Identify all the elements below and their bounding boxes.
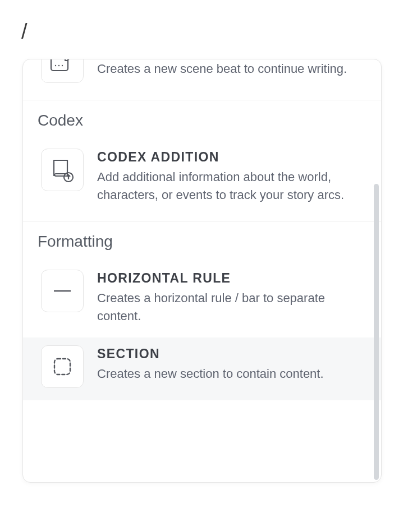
- section-icon: [41, 345, 84, 388]
- option-section[interactable]: SECTION Creates a new section to contain…: [23, 337, 381, 400]
- horizontal-rule-icon: [41, 270, 84, 312]
- option-continue-writing[interactable]: CONTINUE WRITING Creates a new scene bea…: [23, 59, 381, 95]
- option-horizontal-rule[interactable]: HORIZONTAL RULE Creates a horizontal rul…: [23, 262, 381, 337]
- option-description: Creates a horizontal rule / bar to separ…: [97, 289, 366, 325]
- scroll-area: CONTINUE WRITING Creates a new scene bea…: [23, 59, 381, 482]
- option-description: Creates a new section to contain content…: [97, 365, 366, 383]
- command-dropdown: CONTINUE WRITING Creates a new scene bea…: [22, 59, 382, 483]
- option-text: SECTION Creates a new section to contain…: [97, 345, 366, 383]
- codex-addition-icon: [41, 149, 84, 191]
- option-text: CODEX ADDITION Add additional informatio…: [97, 149, 366, 204]
- svg-point-2: [58, 65, 59, 66]
- slash-command-input[interactable]: /: [0, 0, 394, 44]
- option-codex-addition[interactable]: CODEX ADDITION Add additional informatio…: [23, 141, 381, 216]
- svg-rect-6: [54, 359, 70, 374]
- option-description: Add additional information about the wor…: [97, 168, 366, 204]
- option-title: SECTION: [97, 346, 366, 362]
- group-header-codex: Codex: [23, 100, 381, 141]
- continue-writing-icon: [41, 59, 84, 83]
- option-description: Creates a new scene beat to continue wri…: [97, 60, 366, 78]
- scrollbar[interactable]: [374, 184, 379, 480]
- option-text: HORIZONTAL RULE Creates a horizontal rul…: [97, 270, 366, 325]
- option-title: HORIZONTAL RULE: [97, 271, 366, 286]
- option-text: CONTINUE WRITING Creates a new scene bea…: [97, 59, 366, 78]
- group-header-formatting: Formatting: [23, 221, 381, 262]
- option-title: CODEX ADDITION: [97, 150, 366, 165]
- svg-point-3: [62, 65, 63, 66]
- svg-point-1: [55, 65, 56, 66]
